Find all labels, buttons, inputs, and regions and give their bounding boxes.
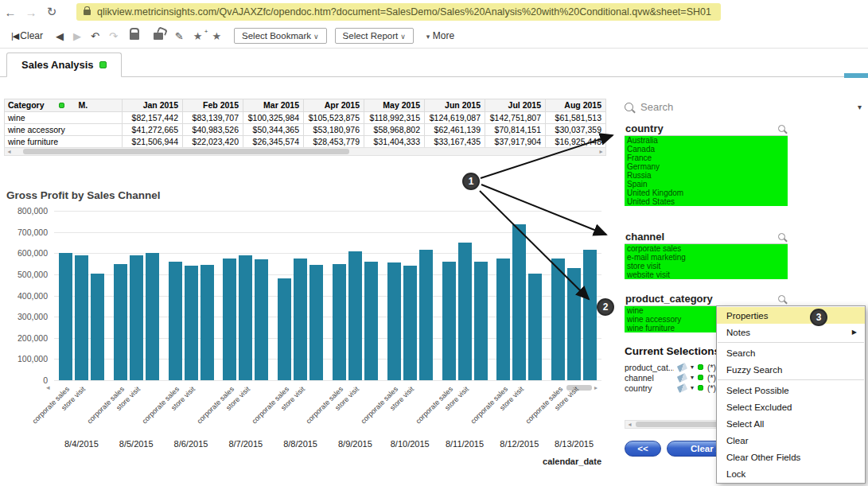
dropdown-caret-icon[interactable]: ▾ <box>691 364 694 371</box>
scrollbar-track[interactable] <box>14 148 597 155</box>
chart-scroll-right-icon[interactable]: ▸ <box>594 384 597 391</box>
chart-bar[interactable] <box>333 264 346 380</box>
category-cell[interactable]: wine accessory <box>5 124 123 136</box>
chart-bar[interactable] <box>130 255 143 380</box>
chart-bar[interactable] <box>309 265 323 380</box>
bookmark-icon[interactable]: ★ <box>207 29 226 44</box>
search-dropdown-caret-icon[interactable]: ▾ <box>858 103 862 111</box>
chart-bar[interactable] <box>403 266 417 380</box>
listbox-item-selected[interactable]: store visit <box>625 262 788 270</box>
category-cell[interactable]: wine <box>5 112 123 124</box>
menu-item-search[interactable]: Search <box>717 344 865 361</box>
month-header[interactable]: Jun 2015 <box>425 99 485 112</box>
listbox-header[interactable]: country <box>625 121 788 136</box>
chart-bar[interactable] <box>91 274 104 380</box>
tabbar-scroll-strip[interactable] <box>844 73 868 78</box>
lock-icon[interactable] <box>130 33 139 40</box>
listbox-header[interactable]: channel <box>625 229 788 244</box>
tab-sales-analysis[interactable]: Sales Analysis <box>6 52 122 77</box>
search-icon[interactable] <box>778 125 785 132</box>
chart-bar[interactable] <box>442 262 456 380</box>
chart-bar[interactable] <box>59 253 72 380</box>
listbox-item-selected[interactable]: Russia <box>625 171 788 180</box>
scroll-left-icon[interactable]: ◂ <box>625 421 634 428</box>
clear-begin-icon[interactable]: |◀ <box>6 29 20 43</box>
menu-item-select-possible[interactable]: Select Possible <box>717 382 865 399</box>
browser-refresh-icon[interactable]: ↻ <box>41 5 62 19</box>
month-header[interactable]: Jul 2015 <box>485 99 546 112</box>
chart-bar[interactable] <box>364 262 378 380</box>
selections-back-button[interactable]: << <box>625 441 661 457</box>
menu-item-select-all[interactable]: Select All <box>717 415 865 432</box>
chart-bar[interactable] <box>474 262 488 380</box>
chart-bar[interactable] <box>114 264 127 380</box>
chart-bar[interactable] <box>146 253 159 380</box>
pivot-header-category[interactable]: Category M. <box>5 99 123 112</box>
chart-bar[interactable] <box>512 224 526 380</box>
address-bar[interactable]: qlikview.metricinsights.com/QvAJAXZfc/op… <box>76 3 721 21</box>
search-icon[interactable] <box>778 295 785 302</box>
listbox-item-selected[interactable]: United Kingdom <box>625 189 788 197</box>
edit-icon[interactable]: ✎ <box>170 29 189 44</box>
eraser-icon[interactable] <box>677 363 687 372</box>
chart-bar[interactable] <box>567 268 581 380</box>
chart-bar[interactable] <box>239 255 252 380</box>
undo-icon[interactable]: ↶ <box>86 29 104 44</box>
unlock-icon[interactable] <box>154 33 163 40</box>
menu-item-notes[interactable]: Notes▶ <box>717 324 865 340</box>
menu-item-clear-other-fields[interactable]: Clear Other Fields <box>717 449 865 465</box>
select-bookmark-dropdown[interactable]: Select Bookmark∨ <box>234 28 327 44</box>
chart-bar[interactable] <box>200 265 214 380</box>
add-bookmark-icon[interactable]: ★+ <box>189 29 208 44</box>
search-box[interactable]: Search ▾ <box>625 97 862 116</box>
chart-bar[interactable] <box>496 259 510 380</box>
listbox-item-selected[interactable]: corporate sales <box>625 244 788 253</box>
chart-bar[interactable] <box>255 259 268 380</box>
chart-bar[interactable] <box>419 250 433 380</box>
listbox-item-selected[interactable]: France <box>625 154 788 162</box>
month-header[interactable]: Apr 2015 <box>304 99 364 112</box>
listbox-item-selected[interactable]: Germany <box>625 162 788 171</box>
table-scrollbar[interactable]: ◂ ▸ <box>4 147 606 156</box>
more-menu-button[interactable]: ▾ More <box>426 30 454 41</box>
menu-item-select-excluded[interactable]: Select Excluded <box>717 399 865 415</box>
select-report-dropdown[interactable]: Select Report∨ <box>335 28 414 44</box>
browser-forward-icon[interactable]: → <box>21 6 41 19</box>
dropdown-caret-icon[interactable]: ▾ <box>691 374 694 381</box>
redo-icon[interactable]: ↷ <box>104 29 123 44</box>
chart-bar[interactable] <box>223 259 236 380</box>
chart-bar[interactable] <box>185 266 198 380</box>
listbox-item-selected[interactable]: Australia <box>625 136 788 145</box>
chart-bar[interactable] <box>294 259 307 380</box>
category-cell[interactable]: wine furniture <box>5 136 123 148</box>
eraser-icon[interactable] <box>677 373 687 383</box>
step-forward-icon[interactable]: ▶ <box>68 29 86 44</box>
chart-bar[interactable] <box>458 243 472 380</box>
chart-bar[interactable] <box>348 251 362 380</box>
listbox-item-selected[interactable]: United States <box>625 197 788 206</box>
month-header[interactable]: May 2015 <box>364 99 425 112</box>
menu-item-lock[interactable]: Lock <box>717 465 865 482</box>
clear-label[interactable]: Clear <box>20 30 43 41</box>
chart-bar[interactable] <box>528 274 542 380</box>
listbox-item-selected[interactable]: e-mail marketing <box>625 253 788 262</box>
eraser-icon[interactable] <box>677 383 687 393</box>
scrollbar-thumb[interactable] <box>23 149 349 154</box>
menu-item-properties[interactable]: Properties <box>717 307 865 324</box>
listbox-item-selected[interactable]: Canada <box>625 145 788 154</box>
chart-bar[interactable] <box>278 278 291 380</box>
chart-bar[interactable] <box>583 250 597 380</box>
listbox-header[interactable]: product_category <box>625 291 788 306</box>
browser-back-icon[interactable]: ← <box>0 6 21 19</box>
chart-bar[interactable] <box>75 255 88 380</box>
chart-bar[interactable] <box>551 259 565 380</box>
listbox-item-selected[interactable]: website visit <box>625 270 788 279</box>
step-back-icon[interactable]: ◀ <box>51 29 68 44</box>
dropdown-caret-icon[interactable]: ▾ <box>691 384 694 391</box>
search-icon[interactable] <box>778 233 785 240</box>
scroll-left-icon[interactable]: ◂ <box>5 148 14 155</box>
chart-bar[interactable] <box>169 262 182 380</box>
month-header[interactable]: Aug 2015 <box>546 99 606 112</box>
menu-item-fuzzy-search[interactable]: Fuzzy Search <box>717 361 865 378</box>
month-header[interactable]: Mar 2015 <box>243 99 304 112</box>
